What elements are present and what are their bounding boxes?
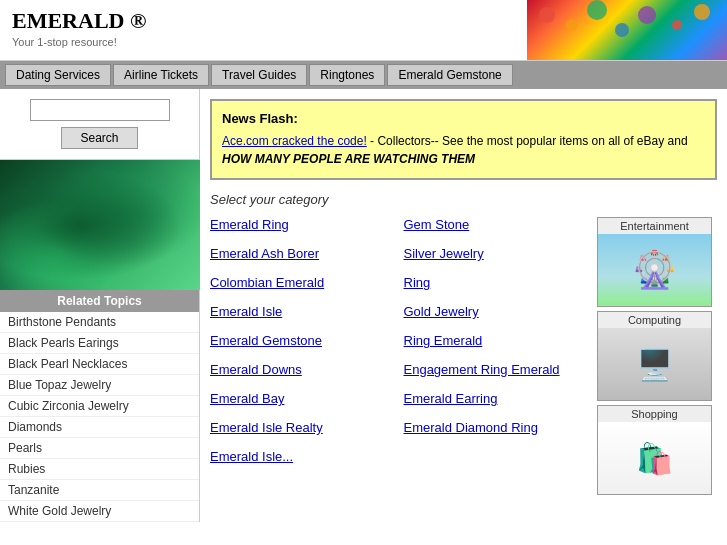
related-link-item[interactable]: Tanzanite [0,480,199,501]
category-col1: Emerald RingEmerald Ash BorerColombian E… [210,217,404,495]
sidebar: Search Related Topics Birthstone Pendant… [0,89,200,522]
category-link[interactable]: Emerald Ash Borer [210,246,404,261]
news-flash-box: News Flash: Ace.com cracked the code! - … [210,99,717,180]
related-link-item[interactable]: Blue Topaz Jewelry [0,375,199,396]
thumbnail-image-entertainment [598,234,711,306]
site-title: EMERALD ® [12,8,515,34]
category-link[interactable]: Emerald Earring [404,391,598,406]
category-link[interactable]: Emerald Diamond Ring [404,420,598,435]
navbar: Dating ServicesAirline TicketsTravel Gui… [0,61,727,89]
category-col2: Gem StoneSilver JewelryRingGold JewelryR… [404,217,598,495]
category-link[interactable]: Emerald Isle Realty [210,420,404,435]
category-link[interactable]: Colombian Emerald [210,275,404,290]
thumbnail-label: Shopping [598,406,711,422]
related-link-item[interactable]: Diamonds [0,417,199,438]
category-link[interactable]: Ring [404,275,598,290]
category-link[interactable]: Silver Jewelry [404,246,598,261]
search-input[interactable] [30,99,170,121]
category-link[interactable]: Emerald Downs [210,362,404,377]
nav-item-travel-guides[interactable]: Travel Guides [211,64,307,86]
search-area: Search [0,89,199,160]
related-link-item[interactable]: Black Pearl Necklaces [0,354,199,375]
category-link[interactable]: Emerald Isle... [210,449,404,464]
thumbnail-shopping[interactable]: Shopping [597,405,712,495]
news-flash-text: Ace.com cracked the code! - Collectors--… [222,132,705,168]
category-link[interactable]: Emerald Gemstone [210,333,404,348]
news-flash-title: News Flash: [222,111,705,126]
thumbnail-computing[interactable]: Computing [597,311,712,401]
category-link[interactable]: Emerald Ring [210,217,404,232]
thumbnail-image-shopping [598,422,711,494]
news-flash-emphasis: HOW MANY PEOPLE ARE WATCHING THEM [222,152,475,166]
category-link[interactable]: Gold Jewelry [404,304,598,319]
site-subtitle: Your 1-stop resource! [12,36,515,48]
thumbnail-entertainment[interactable]: Entertainment [597,217,712,307]
category-link[interactable]: Gem Stone [404,217,598,232]
nav-item-emerald-gemstone[interactable]: Emerald Gemstone [387,64,512,86]
nav-item-dating-services[interactable]: Dating Services [5,64,111,86]
sidebar-image [0,160,200,290]
category-title: Select your category [210,192,717,207]
category-link[interactable]: Ring Emerald [404,333,598,348]
thumbnail-label: Entertainment [598,218,711,234]
related-link-item[interactable]: Black Pearls Earings [0,333,199,354]
category-grid: Emerald RingEmerald Ash BorerColombian E… [210,217,717,495]
related-topics-header: Related Topics [0,290,199,312]
news-flash-link[interactable]: Ace.com cracked the code! [222,134,367,148]
site-header: EMERALD ® Your 1-stop resource! [0,0,727,61]
category-link[interactable]: Emerald Isle [210,304,404,319]
news-flash-body: - Collectors-- See the most popular item… [367,134,688,148]
main-layout: Search Related Topics Birthstone Pendant… [0,89,727,522]
thumbnail-image-computing [598,328,711,400]
category-link[interactable]: Engagement Ring Emerald [404,362,598,377]
related-link-item[interactable]: Cubic Zirconia Jewelry [0,396,199,417]
thumbnail-label: Computing [598,312,711,328]
nav-item-airline-tickets[interactable]: Airline Tickets [113,64,209,86]
related-link-item[interactable]: Birthstone Pendants [0,312,199,333]
content-area: News Flash: Ace.com cracked the code! - … [200,89,727,522]
search-button[interactable]: Search [61,127,137,149]
related-link-item[interactable]: Rubies [0,459,199,480]
related-links-list: Birthstone PendantsBlack Pearls EaringsB… [0,312,199,522]
category-link[interactable]: Emerald Bay [210,391,404,406]
category-col3: EntertainmentComputingShopping [597,217,717,495]
related-link-item[interactable]: White Gold Jewelry [0,501,199,522]
nav-item-ringtones[interactable]: Ringtones [309,64,385,86]
related-link-item[interactable]: Pearls [0,438,199,459]
header-image [527,0,727,60]
